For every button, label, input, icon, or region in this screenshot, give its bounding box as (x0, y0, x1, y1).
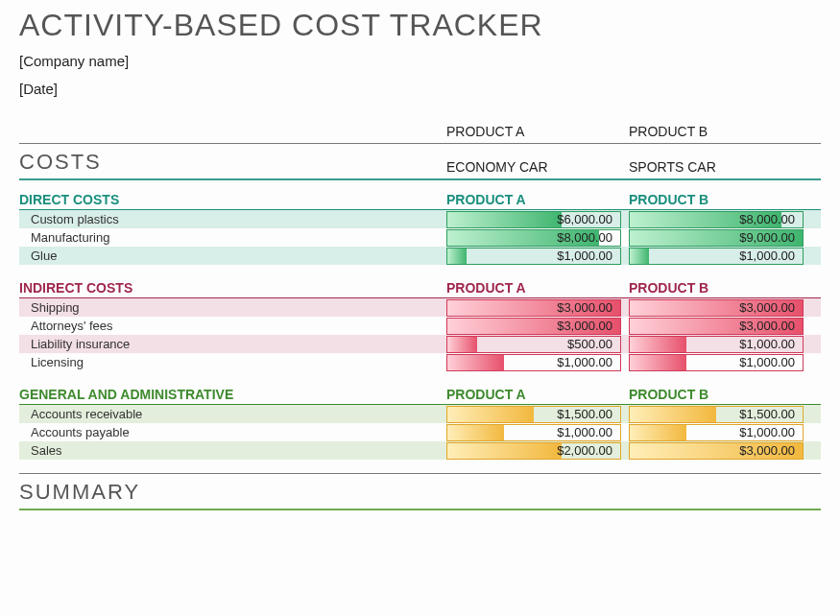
genadmin-col-b: PRODUCT B (629, 387, 811, 402)
costs-heading: COSTS (19, 150, 446, 175)
cost-cell[interactable]: $1,000.00 (446, 248, 621, 265)
cost-cell[interactable]: $6,000.00 (446, 211, 621, 228)
cost-cell[interactable]: $1,000.00 (629, 424, 804, 441)
genadmin-col-a: PRODUCT A (446, 387, 629, 402)
cost-cell[interactable]: $1,000.00 (629, 354, 804, 371)
indirect-costs-header: INDIRECT COSTS PRODUCT A PRODUCT B (19, 280, 821, 298)
indirect-costs-label: INDIRECT COSTS (19, 280, 446, 296)
cost-cell[interactable]: $8,000.00 (629, 211, 804, 228)
cost-cell[interactable]: $3,000.00 (446, 299, 621, 317)
indirect-costs-rows: Shipping$3,000.00$3,000.00Attorneys' fee… (19, 298, 821, 371)
cost-value: $1,500.00 (739, 407, 795, 421)
row-label[interactable]: Sales (19, 443, 446, 458)
cost-value: $3,000.00 (739, 443, 795, 458)
cost-value: $3,000.00 (557, 319, 612, 333)
direct-costs-label: DIRECT COSTS (19, 192, 446, 207)
cost-cell[interactable]: $1,000.00 (629, 336, 804, 353)
genadmin-header: GENERAL AND ADMINISTRATIVE PRODUCT A PRO… (19, 387, 821, 405)
costs-section-header: COSTS ECONOMY CAR SPORTS CAR (19, 143, 821, 180)
summary-heading: SUMMARY (19, 480, 446, 505)
page-title: ACTIVITY-BASED COST TRACKER (19, 8, 821, 43)
cost-value: $9,000.00 (739, 230, 795, 245)
data-bar (447, 425, 504, 440)
data-bar (447, 249, 467, 264)
cost-cell[interactable]: $1,500.00 (629, 406, 804, 423)
row-label[interactable]: Accounts payable (19, 425, 446, 439)
row-label[interactable]: Liability insurance (19, 337, 446, 351)
cost-cell[interactable]: $500.00 (446, 336, 621, 353)
product-label-row: PRODUCT A PRODUCT B (19, 124, 821, 143)
product-a-label: PRODUCT A (446, 124, 629, 143)
table-row: Liability insurance$500.00$1,000.00 (19, 335, 821, 353)
cost-cell[interactable]: $2,000.00 (446, 442, 621, 460)
cost-value: $1,000.00 (739, 249, 795, 263)
data-bar (447, 407, 534, 422)
data-bar (630, 407, 716, 422)
data-bar (447, 337, 477, 352)
data-bar (447, 443, 562, 459)
cost-value: $1,000.00 (739, 425, 795, 439)
date-placeholder[interactable]: [Date] (19, 81, 821, 97)
cost-cell[interactable]: $9,000.00 (629, 229, 804, 247)
summary-section-header: SUMMARY (19, 473, 821, 510)
cost-value: $1,000.00 (739, 337, 795, 351)
cost-cell[interactable]: $1,500.00 (446, 406, 621, 423)
cost-value: $3,000.00 (739, 319, 795, 333)
cost-cell[interactable]: $3,000.00 (629, 442, 804, 460)
data-bar (447, 355, 504, 370)
cost-cell[interactable]: $3,000.00 (629, 299, 804, 317)
row-label[interactable]: Attorneys' fees (19, 319, 446, 333)
cost-value: $2,000.00 (557, 443, 612, 458)
direct-costs-header: DIRECT COSTS PRODUCT A PRODUCT B (19, 192, 821, 210)
cost-value: $1,000.00 (557, 425, 612, 439)
data-bar (630, 337, 686, 352)
data-bar (630, 355, 686, 370)
indirect-col-b: PRODUCT B (629, 280, 811, 296)
row-label[interactable]: Accounts receivable (19, 407, 446, 421)
indirect-col-a: PRODUCT A (446, 280, 629, 296)
cost-value: $1,500.00 (557, 407, 612, 421)
cost-cell[interactable]: $3,000.00 (446, 318, 621, 335)
cost-cell[interactable]: $8,000.00 (446, 229, 621, 247)
table-row: Accounts receivable$1,500.00$1,500.00 (19, 405, 821, 423)
cost-cell[interactable]: $3,000.00 (629, 318, 804, 335)
table-row: Attorneys' fees$3,000.00$3,000.00 (19, 317, 821, 335)
table-row: Custom plastics$6,000.00$8,000.00 (19, 210, 821, 228)
table-row: Licensing$1,000.00$1,000.00 (19, 353, 821, 371)
company-name-placeholder[interactable]: [Company name] (19, 53, 821, 69)
cost-value: $3,000.00 (739, 300, 795, 315)
direct-costs-rows: Custom plastics$6,000.00$8,000.00Manufac… (19, 210, 821, 265)
table-row: Manufacturing$8,000.00$9,000.00 (19, 228, 821, 247)
row-label[interactable]: Custom plastics (19, 212, 446, 226)
cost-value: $6,000.00 (557, 212, 612, 226)
product-a-desc: ECONOMY CAR (446, 159, 629, 175)
row-label[interactable]: Manufacturing (19, 230, 446, 245)
table-row: Glue$1,000.00$1,000.00 (19, 247, 821, 265)
direct-col-b: PRODUCT B (629, 192, 811, 207)
table-row: Shipping$3,000.00$3,000.00 (19, 298, 821, 317)
cost-value: $8,000.00 (739, 212, 795, 226)
product-b-label: PRODUCT B (629, 124, 811, 143)
data-bar (630, 249, 649, 264)
data-bar (447, 212, 562, 227)
direct-col-a: PRODUCT A (446, 192, 629, 207)
genadmin-label: GENERAL AND ADMINISTRATIVE (19, 387, 446, 402)
data-bar (630, 425, 686, 440)
cost-cell[interactable]: $1,000.00 (629, 248, 804, 265)
cost-value: $1,000.00 (739, 355, 795, 369)
row-label[interactable]: Glue (19, 249, 446, 263)
cost-value: $500.00 (567, 337, 612, 351)
row-label[interactable]: Shipping (19, 300, 446, 315)
cost-value: $1,000.00 (557, 355, 612, 369)
cost-cell[interactable]: $1,000.00 (446, 424, 621, 441)
product-b-desc: SPORTS CAR (629, 159, 811, 175)
table-row: Accounts payable$1,000.00$1,000.00 (19, 423, 821, 441)
table-row: Sales$2,000.00$3,000.00 (19, 441, 821, 460)
cost-cell[interactable]: $1,000.00 (446, 354, 621, 371)
cost-value: $8,000.00 (557, 230, 612, 245)
genadmin-rows: Accounts receivable$1,500.00$1,500.00Acc… (19, 405, 821, 460)
cost-value: $3,000.00 (557, 300, 612, 315)
row-label[interactable]: Licensing (19, 355, 446, 369)
cost-value: $1,000.00 (557, 249, 612, 263)
